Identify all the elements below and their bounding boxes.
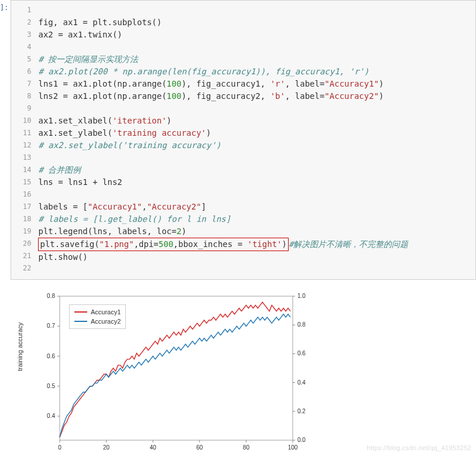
svg-text:0.4: 0.4 [297,379,306,386]
svg-text:0.8: 0.8 [297,321,306,328]
svg-text:60: 60 [196,444,203,451]
svg-text:40: 40 [150,444,157,451]
chart-legend: Accuracy1Accuracy2 [69,304,126,329]
svg-text:0.6: 0.6 [47,353,55,359]
svg-text:100: 100 [288,444,298,451]
svg-text:0.4: 0.4 [47,413,55,419]
svg-text:0: 0 [58,444,61,451]
svg-text:1.0: 1.0 [297,293,306,299]
input-prompt: ]: [0,0,11,12]
svg-text:0.2: 0.2 [297,408,306,414]
y-axis-label: training accuracy [16,322,23,371]
watermark-text: https://blog.csdn.net/qq_41953252 [367,444,471,451]
code-body[interactable]: fig, ax1 = plt.subplots()ax2 = ax1.twinx… [36,1,475,279]
svg-text:0.0: 0.0 [297,437,306,443]
svg-text:0.6: 0.6 [297,350,306,356]
svg-text:80: 80 [243,444,250,451]
code-cell: 12345678910111213141516171819202122 fig,… [11,0,476,280]
line-chart: 0204060801000.40.50.60.70.80.00.20.40.60… [23,288,316,454]
svg-text:20: 20 [103,444,110,451]
svg-text:0.7: 0.7 [47,323,55,329]
line-gutter: 12345678910111213141516171819202122 [11,1,36,279]
chart-output: 0204060801000.40.50.60.70.80.00.20.40.60… [23,288,476,454]
svg-text:0.8: 0.8 [47,293,55,299]
svg-text:0.5: 0.5 [47,383,55,389]
